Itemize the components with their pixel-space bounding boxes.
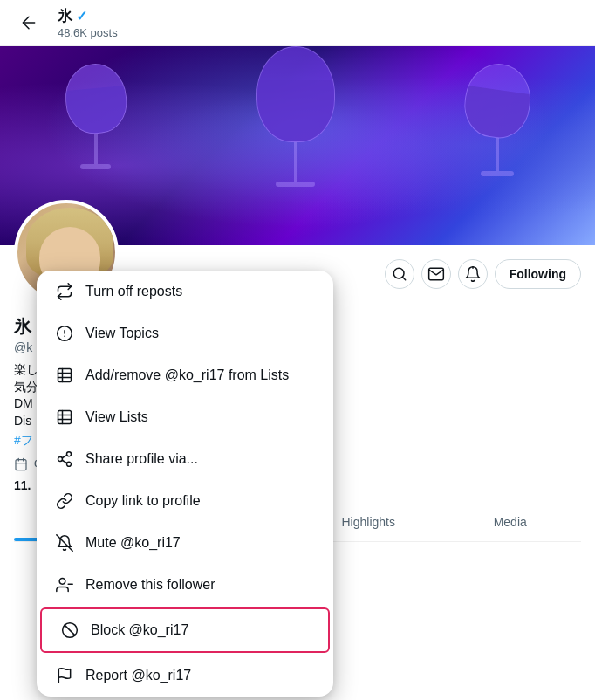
glass-center — [256, 46, 335, 187]
menu-item-share-profile[interactable]: Share profile via... — [37, 438, 333, 480]
repost-icon — [54, 283, 75, 300]
svg-rect-9 — [58, 411, 72, 424]
remove-user-icon — [54, 576, 75, 594]
glass-right — [465, 64, 530, 176]
following-stat: 11. — [14, 478, 31, 492]
bio-text-4: Dis — [14, 414, 31, 428]
back-button[interactable] — [14, 8, 44, 38]
menu-label-share-profile: Share profile via... — [85, 451, 198, 467]
menu-label-turn-off-reposts: Turn off reposts — [85, 284, 182, 299]
menu-item-mute[interactable]: Mute @ko_ri17 — [37, 522, 333, 564]
message-button[interactable] — [421, 259, 451, 289]
topic-icon — [54, 325, 75, 342]
dropdown-menu: Turn off reposts View Topics Add/remove … — [37, 271, 333, 697]
search-button[interactable] — [385, 259, 414, 289]
username-display: 氷 — [14, 315, 31, 339]
menu-label-block: Block @ko_ri17 — [91, 622, 188, 638]
link-icon — [54, 492, 75, 510]
menu-label-copy-link: Copy link to profile — [85, 493, 201, 509]
top-bar-username: 氷 — [58, 6, 72, 26]
svg-point-16 — [59, 579, 65, 585]
block-icon — [59, 621, 80, 639]
menu-label-view-lists: View Lists — [85, 409, 148, 425]
menu-item-copy-link[interactable]: Copy link to profile — [37, 480, 333, 522]
menu-label-report: Report @ko_ri17 — [85, 668, 191, 683]
menu-item-view-topics[interactable]: View Topics — [37, 312, 333, 354]
bio-text-1: 楽し — [14, 362, 38, 376]
verified-badge: ✓ — [76, 8, 87, 24]
bio-text-3: DM — [14, 396, 33, 410]
menu-label-remove-follower: Remove this follower — [85, 577, 215, 593]
list-add-icon — [54, 367, 75, 384]
svg-line-14 — [62, 455, 67, 457]
flag-icon — [54, 667, 75, 684]
svg-rect-1 — [16, 459, 26, 470]
list-view-icon — [54, 408, 75, 426]
action-buttons: Following — [385, 252, 581, 289]
menu-label-mute: Mute @ko_ri17 — [85, 535, 181, 551]
glass-left — [65, 64, 127, 169]
notification-button[interactable] — [458, 259, 488, 289]
menu-item-block[interactable]: Block @ko_ri17 — [40, 607, 330, 653]
mute-icon — [54, 534, 75, 552]
top-bar-info: 氷 ✓ 48.6K posts — [58, 6, 118, 39]
svg-line-13 — [62, 460, 67, 463]
menu-label-add-remove-lists: Add/remove @ko_ri17 from Lists — [85, 367, 289, 383]
share-icon — [54, 450, 75, 468]
menu-item-add-remove-lists[interactable]: Add/remove @ko_ri17 from Lists — [37, 354, 333, 396]
menu-label-view-topics: View Topics — [85, 326, 159, 341]
link-1[interactable]: #フ — [14, 433, 33, 447]
menu-item-report[interactable]: Report @ko_ri17 — [37, 655, 333, 697]
bio-text-2: 気分 — [14, 380, 38, 394]
svg-rect-8 — [58, 369, 72, 382]
following-button[interactable]: Following — [495, 259, 581, 289]
menu-item-view-lists[interactable]: View Lists — [37, 396, 333, 438]
top-bar-name: 氷 ✓ — [58, 6, 118, 26]
top-bar-posts: 48.6K posts — [58, 26, 118, 39]
menu-item-remove-follower[interactable]: Remove this follower — [37, 564, 333, 606]
top-bar: 氷 ✓ 48.6K posts — [0, 0, 595, 46]
tab-media[interactable]: Media — [440, 503, 582, 541]
menu-item-turn-off-reposts[interactable]: Turn off reposts — [37, 271, 333, 312]
